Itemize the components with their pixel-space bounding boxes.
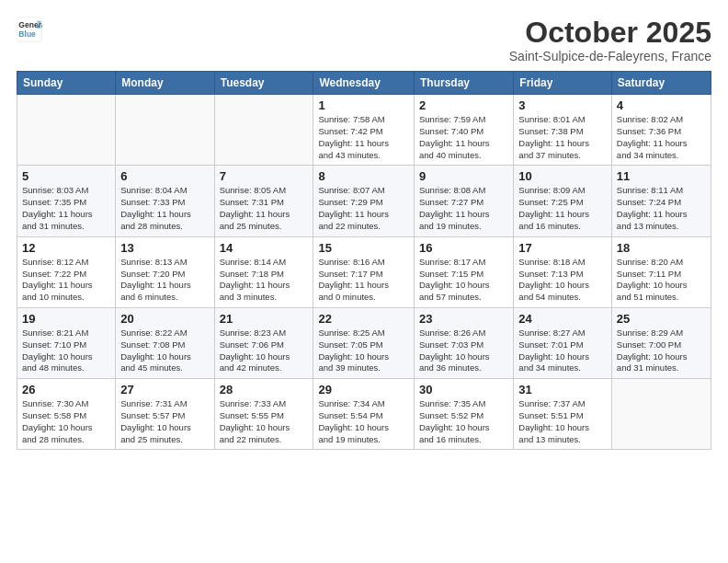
weekday-header: Wednesday <box>313 72 415 95</box>
calendar-cell: 27Sunrise: 7:31 AM Sunset: 5:57 PM Dayli… <box>116 379 214 450</box>
calendar-cell <box>611 379 711 450</box>
day-info: Sunrise: 8:22 AM Sunset: 7:08 PM Dayligh… <box>120 327 209 374</box>
day-info: Sunrise: 8:14 AM Sunset: 7:18 PM Dayligh… <box>220 257 309 304</box>
day-number: 27 <box>120 383 209 396</box>
day-number: 20 <box>120 312 209 326</box>
day-info: Sunrise: 8:18 AM Sunset: 7:13 PM Dayligh… <box>518 257 607 304</box>
day-number: 2 <box>419 98 508 112</box>
calendar-cell: 13Sunrise: 8:13 AM Sunset: 7:20 PM Dayli… <box>116 236 214 307</box>
day-number: 14 <box>220 241 309 255</box>
weekday-header: Thursday <box>415 72 514 95</box>
calendar-cell: 5Sunrise: 8:03 AM Sunset: 7:35 PM Daylig… <box>17 166 116 236</box>
calendar-week-row: 1Sunrise: 7:58 AM Sunset: 7:42 PM Daylig… <box>17 95 711 166</box>
day-info: Sunrise: 7:31 AM Sunset: 5:57 PM Dayligh… <box>120 398 209 445</box>
weekday-header: Monday <box>116 72 214 95</box>
calendar-cell: 22Sunrise: 8:25 AM Sunset: 7:05 PM Dayli… <box>313 307 415 378</box>
day-number: 6 <box>120 169 209 183</box>
title-area: October 2025 Saint-Sulpice-de-Faleyrens,… <box>509 17 711 63</box>
calendar-cell: 12Sunrise: 8:12 AM Sunset: 7:22 PM Dayli… <box>17 236 116 307</box>
header: General Blue October 2025 Saint-Sulpice-… <box>17 17 711 63</box>
calendar-cell: 21Sunrise: 8:23 AM Sunset: 7:06 PM Dayli… <box>214 307 313 378</box>
calendar-cell: 17Sunrise: 8:18 AM Sunset: 7:13 PM Dayli… <box>514 236 612 307</box>
day-number: 11 <box>617 169 706 183</box>
calendar-cell: 6Sunrise: 8:04 AM Sunset: 7:33 PM Daylig… <box>116 166 214 236</box>
day-info: Sunrise: 8:01 AM Sunset: 7:38 PM Dayligh… <box>518 114 607 161</box>
page: General Blue October 2025 Saint-Sulpice-… <box>0 0 728 563</box>
calendar-cell <box>116 95 214 166</box>
day-info: Sunrise: 8:02 AM Sunset: 7:36 PM Dayligh… <box>617 114 706 161</box>
subtitle: Saint-Sulpice-de-Faleyrens, France <box>509 49 711 63</box>
day-number: 19 <box>22 312 110 326</box>
calendar-cell: 14Sunrise: 8:14 AM Sunset: 7:18 PM Dayli… <box>214 236 313 307</box>
day-info: Sunrise: 8:09 AM Sunset: 7:25 PM Dayligh… <box>518 185 607 232</box>
day-info: Sunrise: 8:04 AM Sunset: 7:33 PM Dayligh… <box>120 185 209 232</box>
day-info: Sunrise: 7:33 AM Sunset: 5:55 PM Dayligh… <box>220 398 309 445</box>
calendar-cell: 31Sunrise: 7:37 AM Sunset: 5:51 PM Dayli… <box>514 379 612 450</box>
day-number: 12 <box>22 241 110 255</box>
day-info: Sunrise: 8:21 AM Sunset: 7:10 PM Dayligh… <box>22 327 110 374</box>
day-number: 17 <box>518 241 607 255</box>
day-number: 24 <box>518 312 607 326</box>
day-info: Sunrise: 8:23 AM Sunset: 7:06 PM Dayligh… <box>220 327 309 374</box>
day-info: Sunrise: 8:13 AM Sunset: 7:20 PM Dayligh… <box>120 257 209 304</box>
day-number: 18 <box>617 241 706 255</box>
svg-text:Blue: Blue <box>18 29 36 39</box>
weekday-header: Tuesday <box>214 72 313 95</box>
day-info: Sunrise: 8:20 AM Sunset: 7:11 PM Dayligh… <box>617 257 706 304</box>
calendar-week-row: 12Sunrise: 8:12 AM Sunset: 7:22 PM Dayli… <box>17 236 711 307</box>
day-info: Sunrise: 7:37 AM Sunset: 5:51 PM Dayligh… <box>518 398 607 445</box>
day-number: 25 <box>617 312 706 326</box>
day-number: 16 <box>419 241 508 255</box>
day-number: 31 <box>518 383 607 396</box>
day-info: Sunrise: 8:16 AM Sunset: 7:17 PM Dayligh… <box>318 257 409 304</box>
day-number: 26 <box>22 383 110 396</box>
day-info: Sunrise: 8:11 AM Sunset: 7:24 PM Dayligh… <box>617 185 706 232</box>
calendar-cell: 9Sunrise: 8:08 AM Sunset: 7:27 PM Daylig… <box>415 166 514 236</box>
calendar-cell: 16Sunrise: 8:17 AM Sunset: 7:15 PM Dayli… <box>415 236 514 307</box>
day-number: 5 <box>22 169 110 183</box>
weekday-header-row: SundayMondayTuesdayWednesdayThursdayFrid… <box>17 72 711 95</box>
day-number: 9 <box>419 169 508 183</box>
calendar-cell <box>17 95 116 166</box>
day-number: 8 <box>318 169 409 183</box>
calendar-cell: 26Sunrise: 7:30 AM Sunset: 5:58 PM Dayli… <box>17 379 116 450</box>
day-number: 30 <box>419 383 508 396</box>
calendar-cell: 7Sunrise: 8:05 AM Sunset: 7:31 PM Daylig… <box>214 166 313 236</box>
day-info: Sunrise: 8:25 AM Sunset: 7:05 PM Dayligh… <box>318 327 409 374</box>
day-info: Sunrise: 8:27 AM Sunset: 7:01 PM Dayligh… <box>518 327 607 374</box>
day-info: Sunrise: 8:05 AM Sunset: 7:31 PM Dayligh… <box>220 185 309 232</box>
day-number: 29 <box>318 383 409 396</box>
day-number: 23 <box>419 312 508 326</box>
day-number: 15 <box>318 241 409 255</box>
weekday-header: Saturday <box>611 72 711 95</box>
calendar-cell: 1Sunrise: 7:58 AM Sunset: 7:42 PM Daylig… <box>313 95 415 166</box>
day-info: Sunrise: 8:17 AM Sunset: 7:15 PM Dayligh… <box>419 257 508 304</box>
calendar-cell: 28Sunrise: 7:33 AM Sunset: 5:55 PM Dayli… <box>214 379 313 450</box>
logo: General Blue <box>17 17 42 42</box>
day-info: Sunrise: 8:08 AM Sunset: 7:27 PM Dayligh… <box>419 185 508 232</box>
day-info: Sunrise: 7:59 AM Sunset: 7:40 PM Dayligh… <box>419 114 508 161</box>
calendar-cell: 24Sunrise: 8:27 AM Sunset: 7:01 PM Dayli… <box>514 307 612 378</box>
day-number: 3 <box>518 98 607 112</box>
calendar-cell: 10Sunrise: 8:09 AM Sunset: 7:25 PM Dayli… <box>514 166 612 236</box>
day-info: Sunrise: 7:58 AM Sunset: 7:42 PM Dayligh… <box>318 114 409 161</box>
weekday-header: Sunday <box>17 72 116 95</box>
day-info: Sunrise: 7:35 AM Sunset: 5:52 PM Dayligh… <box>419 398 508 445</box>
day-number: 28 <box>220 383 309 396</box>
weekday-header: Friday <box>514 72 612 95</box>
day-info: Sunrise: 8:12 AM Sunset: 7:22 PM Dayligh… <box>22 257 110 304</box>
calendar-cell: 4Sunrise: 8:02 AM Sunset: 7:36 PM Daylig… <box>611 95 711 166</box>
day-info: Sunrise: 8:07 AM Sunset: 7:29 PM Dayligh… <box>318 185 409 232</box>
day-number: 22 <box>318 312 409 326</box>
day-number: 13 <box>120 241 209 255</box>
calendar-cell: 23Sunrise: 8:26 AM Sunset: 7:03 PM Dayli… <box>415 307 514 378</box>
calendar-cell: 19Sunrise: 8:21 AM Sunset: 7:10 PM Dayli… <box>17 307 116 378</box>
day-number: 7 <box>220 169 309 183</box>
calendar-cell: 2Sunrise: 7:59 AM Sunset: 7:40 PM Daylig… <box>415 95 514 166</box>
calendar-cell: 30Sunrise: 7:35 AM Sunset: 5:52 PM Dayli… <box>415 379 514 450</box>
calendar-week-row: 26Sunrise: 7:30 AM Sunset: 5:58 PM Dayli… <box>17 379 711 450</box>
day-info: Sunrise: 8:29 AM Sunset: 7:00 PM Dayligh… <box>617 327 706 374</box>
calendar-week-row: 5Sunrise: 8:03 AM Sunset: 7:35 PM Daylig… <box>17 166 711 236</box>
month-title: October 2025 <box>509 17 711 49</box>
calendar-cell: 15Sunrise: 8:16 AM Sunset: 7:17 PM Dayli… <box>313 236 415 307</box>
